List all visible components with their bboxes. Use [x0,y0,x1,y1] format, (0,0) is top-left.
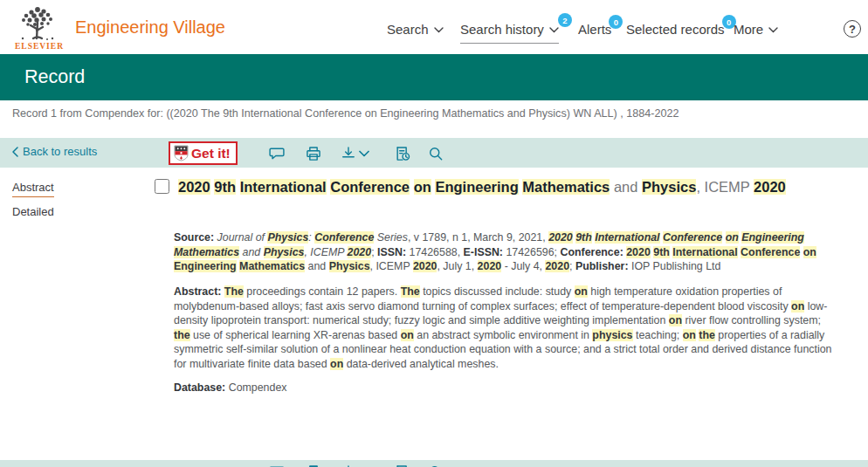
nav-selected-records[interactable]: Selected records 0 [626,22,725,37]
sidebar-item-abstract[interactable]: Abstract [12,181,54,197]
get-it-label: Get it! [191,146,231,161]
chevron-left-icon [12,147,18,157]
nav-more[interactable]: More [734,22,778,37]
chevron-down-icon[interactable] [358,144,370,163]
back-to-results-link[interactable]: Back to results [12,145,97,158]
record-database-line: Database: Compendex [174,381,839,395]
save-record-icon[interactable] [393,463,412,467]
record-select-checkbox[interactable] [155,179,169,194]
nav-search-label: Search [387,22,429,37]
nav-search-history-label: Search history [460,22,544,37]
download-icon[interactable] [339,144,358,163]
page-banner: Record [0,54,868,100]
nav-alerts[interactable]: Alerts 0 [578,22,611,37]
print-icon[interactable] [304,144,323,163]
download-icon[interactable] [339,463,358,467]
elsevier-wordmark: ELSEVIER [12,42,66,51]
comment-icon[interactable] [267,463,286,467]
nav-alerts-label: Alerts [578,22,611,37]
search-history-count-badge: 2 [558,13,572,27]
record-page: ELSEVIER Engineering Village Search Sear… [0,0,868,467]
comment-icon[interactable] [267,144,286,163]
save-record-icon[interactable] [393,144,412,163]
chevron-down-icon [549,27,559,33]
sidebar-item-detailed[interactable]: Detailed [12,205,54,218]
bottom-toolbar-clipped [0,460,868,467]
get-it-crest-icon [174,145,189,161]
nav-search-history[interactable]: Search history 2 [460,22,559,37]
brand-title: Engineering Village [75,17,225,38]
chevron-down-icon [434,27,444,33]
print-icon[interactable] [304,463,323,467]
back-to-results-label: Back to results [23,145,97,158]
search-icon[interactable] [426,144,445,163]
alerts-count-badge: 0 [609,15,623,29]
record-source-line: Source: Journal of Physics: Conference S… [174,230,839,274]
nav-search[interactable]: Search [387,22,444,37]
record-title: 2020 9th International Conference on Eng… [178,177,838,196]
app-header: ELSEVIER Engineering Village Search Sear… [0,0,868,54]
record-abstract-text: Abstract: The proceedings contain 12 pap… [174,285,839,371]
elsevier-tree-icon [12,5,66,42]
nav-selected-records-label: Selected records [626,22,725,37]
page-title: Record [24,66,85,88]
search-icon[interactable] [426,463,445,467]
help-icon[interactable]: ? [844,20,861,38]
get-it-button[interactable]: Get it! [169,141,238,165]
elsevier-logo: ELSEVIER [12,5,66,52]
chevron-down-icon [768,27,778,33]
nav-more-label: More [734,22,763,37]
record-query-summary: Record 1 from Compendex for: ((2020 The … [12,106,844,123]
record-toolbar: Back to results Get it! [0,138,868,168]
